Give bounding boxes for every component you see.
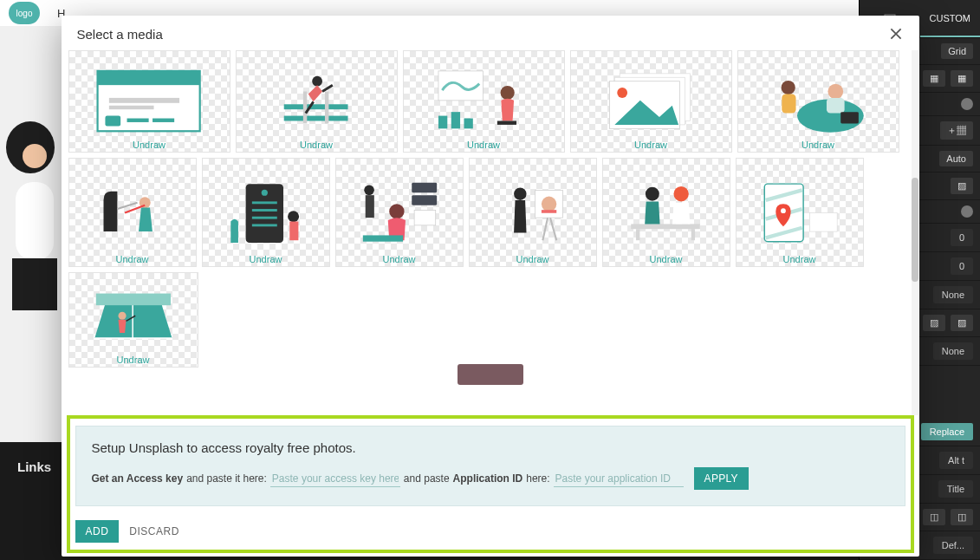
svg-point-46	[365, 185, 375, 195]
modal-header: Select a media	[62, 16, 919, 50]
svg-rect-59	[810, 212, 838, 231]
apply-button[interactable]: APPLY	[694, 467, 749, 490]
add-button[interactable]: ADD	[75, 520, 120, 543]
media-thumb[interactable]: Undraw	[202, 158, 330, 267]
svg-rect-8	[109, 106, 154, 109]
svg-rect-7	[109, 98, 179, 103]
illustration-runner	[248, 66, 384, 136]
media-gallery: Undraw Undraw	[68, 50, 912, 371]
access-key-input[interactable]	[270, 471, 400, 487]
setup-line: Get an Access key and paste it here: and…	[92, 467, 889, 490]
svg-rect-13	[284, 116, 348, 121]
media-thumb[interactable]: Undraw	[602, 158, 730, 267]
modal-title: Select a media	[77, 27, 163, 42]
media-thumb[interactable]: Undraw	[68, 158, 197, 267]
thumb-caption: Undraw	[603, 254, 730, 264]
illustration-photo-stack	[582, 66, 718, 136]
load-more-button[interactable]	[458, 364, 523, 385]
svg-point-58	[782, 208, 787, 213]
svg-point-40	[289, 211, 300, 222]
thumb-caption: Undraw	[737, 254, 863, 264]
unsplash-setup-box: Setup Unsplash to access royalty free ph…	[75, 426, 905, 506]
svg-rect-38	[252, 216, 277, 218]
modal-actions: ADD DISCARD	[75, 520, 905, 543]
svg-rect-20	[438, 116, 447, 129]
svg-point-35	[262, 189, 268, 195]
setup-text-1: and paste it here:	[186, 472, 267, 485]
media-thumb[interactable]: Undraw	[236, 50, 398, 153]
illustration-painter	[415, 66, 551, 136]
thumb-caption: Undraw	[738, 140, 899, 150]
thumb-caption: Undraw	[69, 254, 196, 264]
application-id-input[interactable]	[554, 471, 684, 487]
svg-rect-48	[415, 210, 437, 225]
get-access-key-label: Get an Access key	[92, 472, 184, 485]
svg-rect-12	[284, 105, 348, 110]
illustration-map-pin	[745, 175, 853, 251]
svg-rect-36	[252, 201, 277, 204]
gallery-scroll[interactable]: Undraw Undraw	[62, 50, 919, 415]
illustration-tennis	[79, 287, 188, 353]
modal-overlay: Select a media	[0, 0, 980, 560]
svg-rect-22	[464, 119, 473, 129]
gallery-scrollbar[interactable]	[912, 50, 918, 415]
media-modal: Select a media	[62, 16, 919, 557]
media-thumb[interactable]: Undraw	[68, 272, 198, 368]
media-thumb[interactable]: Undraw	[469, 158, 597, 267]
svg-point-16	[313, 76, 323, 87]
illustration-wireframe	[81, 66, 217, 136]
svg-rect-32	[782, 94, 796, 114]
thumb-caption: Undraw	[69, 140, 230, 150]
close-icon[interactable]	[888, 26, 904, 42]
thumb-caption: Undraw	[336, 254, 463, 264]
svg-rect-14	[303, 92, 307, 124]
illustration-phone-dashboard	[211, 175, 319, 251]
thumb-caption: Undraw	[203, 254, 329, 264]
illustration-desk-worker	[345, 175, 452, 251]
svg-rect-42	[412, 182, 438, 192]
thumb-caption: Undraw	[470, 254, 596, 264]
svg-rect-47	[366, 195, 374, 218]
svg-rect-19	[497, 121, 516, 125]
svg-rect-53	[637, 229, 640, 240]
svg-rect-29	[827, 98, 845, 114]
svg-point-26	[618, 88, 628, 99]
media-thumb[interactable]: Undraw	[570, 50, 732, 153]
media-thumb[interactable]: Undraw	[736, 158, 864, 267]
illustration-beanbag	[750, 66, 886, 136]
highlighted-region: Setup Unsplash to access royalty free ph…	[67, 415, 914, 553]
media-thumb[interactable]: Undraw	[68, 50, 230, 153]
svg-rect-9	[106, 116, 121, 127]
media-thumb[interactable]: Undraw	[403, 50, 565, 153]
svg-point-44	[390, 204, 405, 218]
media-thumb[interactable]: Undraw	[737, 50, 899, 153]
svg-point-56	[674, 186, 689, 201]
svg-rect-45	[363, 235, 403, 241]
thumb-caption: Undraw	[237, 140, 397, 150]
svg-point-18	[501, 86, 515, 100]
application-id-label: Application ID	[453, 472, 523, 485]
svg-rect-21	[451, 113, 460, 129]
thumb-caption: Undraw	[571, 140, 731, 150]
svg-point-55	[646, 186, 659, 200]
illustration-bench-chat	[612, 175, 719, 251]
svg-rect-54	[691, 229, 695, 240]
discard-button[interactable]: DISCARD	[129, 525, 179, 537]
setup-heading: Setup Unsplash to access royalty free ph…	[92, 440, 889, 455]
setup-text-3: here:	[526, 472, 549, 485]
svg-rect-43	[412, 195, 438, 205]
svg-point-51	[542, 196, 556, 211]
svg-rect-6	[98, 71, 200, 85]
svg-rect-41	[290, 221, 299, 240]
setup-text-2: and paste	[404, 472, 450, 485]
svg-rect-39	[252, 224, 277, 226]
svg-rect-10	[127, 119, 149, 122]
svg-point-28	[828, 84, 844, 100]
svg-rect-30	[841, 113, 860, 124]
thumb-caption: Undraw	[404, 140, 564, 150]
thumb-caption: Undraw	[69, 355, 198, 365]
scrollbar-thumb[interactable]	[912, 178, 918, 282]
svg-rect-52	[632, 224, 701, 229]
svg-rect-15	[325, 92, 328, 124]
media-thumb[interactable]: Undraw	[335, 158, 464, 267]
